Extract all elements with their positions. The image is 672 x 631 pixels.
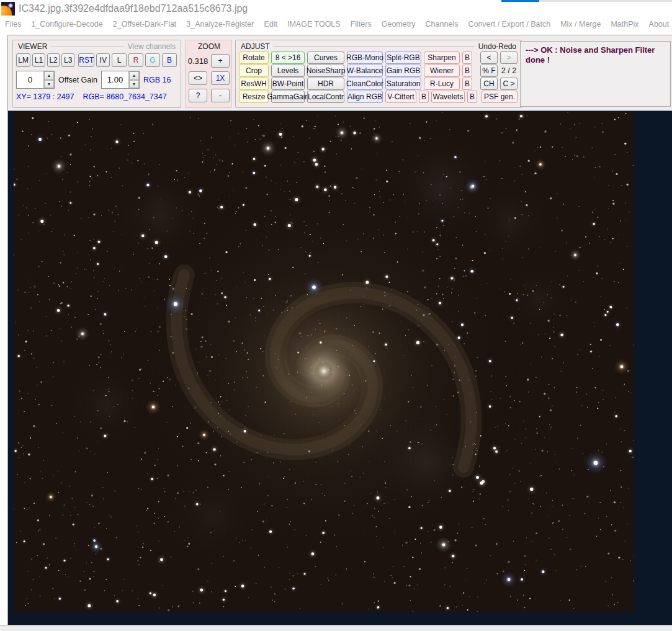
wiener-button[interactable]: Wiener <box>424 65 460 77</box>
noisesharp-button[interactable]: NoiseSharp <box>307 65 344 77</box>
gain-spin-up[interactable]: ▲ <box>129 71 139 80</box>
progress-bar-fill <box>501 0 539 2</box>
menu-convert-export-batch[interactable]: Convert / Export / Batch <box>468 20 550 29</box>
menu-mathpix[interactable]: MathPix <box>611 20 638 29</box>
undo-counter: 2 / 2 <box>500 66 517 75</box>
undo-button[interactable]: < <box>480 51 498 64</box>
window-title: IC342.jpg.3f392e4dfdaa9f18ebd712aa515c86… <box>19 3 248 14</box>
offset-value: 0 <box>17 71 43 88</box>
zoom-value: 0.318 <box>188 56 208 66</box>
star-icon <box>8 3 13 8</box>
r-lucy-button[interactable]: R-Lucy <box>424 78 460 90</box>
localcontr-button[interactable]: LocalContr <box>307 91 344 103</box>
menu-image-tools[interactable]: IMAGE TOOLS <box>287 20 341 29</box>
menu-configure-decode[interactable]: 1_Configure-Decode <box>31 20 102 29</box>
sharpen-button[interactable]: Sharpen <box>424 51 460 64</box>
menu-geometry[interactable]: Geometry <box>382 20 416 29</box>
saturation-button[interactable]: Saturation <box>385 78 421 90</box>
zoom-help-button[interactable]: ? <box>189 89 207 102</box>
redo-button[interactable]: > <box>500 51 517 64</box>
bottom-strip <box>0 625 672 631</box>
rst-button[interactable]: RST <box>78 53 94 67</box>
sharpen-b-button[interactable]: B <box>462 51 472 64</box>
wiener-b-button[interactable]: B <box>462 65 472 77</box>
zoom-fit-button[interactable]: <> <box>189 71 207 85</box>
rotate-button[interactable]: Rotate <box>239 51 269 64</box>
offset-spin-down[interactable]: ▼ <box>44 80 54 89</box>
w-balance-button[interactable]: W-Balance <box>347 65 383 77</box>
cleancolor-button[interactable]: CleanColor <box>347 78 383 90</box>
menu-mix-merge[interactable]: Mix / Merge <box>560 20 601 29</box>
progress-bar <box>501 0 672 2</box>
crop-button[interactable]: Crop <box>239 65 269 77</box>
bw-point-button[interactable]: BW-Point <box>271 78 305 90</box>
rgb-readout: RGB= 8680_7634_7347 <box>83 92 166 101</box>
psf-gen-button[interactable]: PSF gen. <box>482 91 517 103</box>
ch-button[interactable]: CH <box>480 78 498 90</box>
resize-button[interactable]: Resize <box>239 91 269 103</box>
rgb-mono-button[interactable]: RGB-Mono <box>347 51 383 64</box>
offset-gain-label: Offset Gain <box>58 76 97 84</box>
adjust-panel: ADJUST Undo-Redo Rotate 8 < >16 Curves R… <box>235 40 522 108</box>
l2-button[interactable]: L2 <box>47 53 60 67</box>
menu-edit[interactable]: Edit <box>264 20 277 29</box>
menu-analyze-register[interactable]: 3_Analyze-Register <box>186 20 254 29</box>
gain-spin-down[interactable]: ▼ <box>129 80 139 89</box>
v-cittert-button[interactable]: V-Cittert <box>385 91 416 103</box>
status-log: ---> OK : Noise and Sharpen Filter done … <box>520 41 671 107</box>
curves-button[interactable]: Curves <box>307 51 344 64</box>
hdr-button[interactable]: HDR <box>307 78 344 90</box>
v-cittert-b-button[interactable]: B <box>419 91 429 103</box>
percent-f-button[interactable]: % F <box>480 65 498 77</box>
astro-photo[interactable] <box>14 112 634 612</box>
menu-bar: Files 1_Configure-Decode 2_Offset-Dark-F… <box>0 17 672 31</box>
zoom-1x-button[interactable]: 1X <box>211 71 230 85</box>
r-lucy-b-button[interactable]: B <box>462 78 472 90</box>
zoom-in-button[interactable]: + <box>211 54 230 68</box>
viewer-panel-title: VIEWER <box>18 42 47 51</box>
title-bar: IC342.jpg.3f392e4dfdaa9f18ebd712aa515c86… <box>0 0 672 17</box>
l1-button[interactable]: L1 <box>32 53 45 67</box>
c-next-button[interactable]: C > <box>500 78 517 90</box>
xy-readout: XY= 1379 : 2497 <box>16 92 74 101</box>
toolbar: VIEWER View channels LM L1 L2 L3 RST IV … <box>8 35 672 110</box>
reswh-button[interactable]: ResWH <box>239 78 269 90</box>
zoom-panel: ZOOM 0.318 + <> 1X ? - <box>185 40 232 108</box>
channel-l-button[interactable]: L <box>112 53 127 67</box>
lm-button[interactable]: LM <box>16 53 30 67</box>
wavelets-b-button[interactable]: B <box>467 91 477 103</box>
view-channels-label: View channels <box>128 42 176 51</box>
gammagain-button[interactable]: GammaGain <box>271 91 305 103</box>
gain-value: 1.00 <box>102 71 128 88</box>
offset-spinner[interactable]: 0 ▲ ▼ <box>16 71 55 89</box>
wavelets-button[interactable]: Wavelets <box>431 91 465 103</box>
align-rgb-button[interactable]: Align RGB <box>347 91 383 103</box>
bit-depth-button[interactable]: 8 < >16 <box>271 51 305 64</box>
channel-b-button[interactable]: B <box>162 53 177 67</box>
levels-button[interactable]: Levels <box>271 65 305 77</box>
app-icon <box>1 2 15 16</box>
channel-g-button[interactable]: G <box>145 53 160 67</box>
menu-channels[interactable]: Channels <box>426 20 459 29</box>
gain-rgb-button[interactable]: Gain RGB <box>385 65 421 77</box>
zoom-panel-title: ZOOM <box>198 42 220 51</box>
iv-button[interactable]: IV <box>96 53 109 67</box>
menu-files[interactable]: Files <box>5 20 21 29</box>
menu-about[interactable]: About <box>649 20 670 29</box>
zoom-out-button[interactable]: - <box>211 89 230 102</box>
status-message: ---> OK : Noise and Sharpen Filter done … <box>526 45 665 66</box>
split-rgb-button[interactable]: Split-RGB <box>385 51 421 64</box>
l3-button[interactable]: L3 <box>61 53 74 67</box>
menu-filters[interactable]: Filters <box>351 20 372 29</box>
divider <box>51 47 123 47</box>
image-viewport <box>8 110 672 625</box>
menu-offset-dark-flat[interactable]: 2_Offset-Dark-Flat <box>113 20 177 29</box>
channel-r-button[interactable]: R <box>128 53 143 67</box>
gain-spinner[interactable]: 1.00 ▲ ▼ <box>101 71 140 89</box>
adjust-panel-title: ADJUST <box>241 42 270 51</box>
undo-redo-label: Undo-Redo <box>478 42 516 51</box>
divider <box>274 46 475 47</box>
rgb-mode-label: RGB 16 <box>143 76 171 84</box>
viewer-panel: VIEWER View channels LM L1 L2 L3 RST IV … <box>12 40 181 108</box>
offset-spin-up[interactable]: ▲ <box>44 71 54 80</box>
